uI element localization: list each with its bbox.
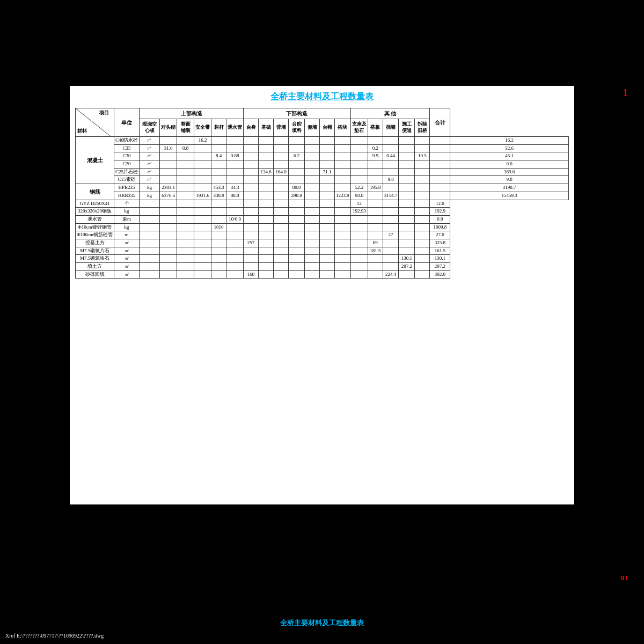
lower-data-3 [305, 184, 320, 192]
upper-data-5 [244, 184, 259, 192]
upper-data-0 [160, 137, 177, 145]
unit-cell: kg [140, 192, 160, 200]
total-cell: 27.0 [430, 231, 450, 239]
upper-data-5 [244, 176, 259, 184]
lower-data-6 [350, 160, 368, 169]
other-data-1 [368, 231, 383, 239]
lower-data-3 [289, 231, 305, 239]
other-data-1: 3114.7 [383, 192, 398, 200]
table-row: C30㎡8.40.686.29.90.4419.545.1 [76, 152, 569, 160]
other-data-1 [383, 137, 398, 145]
other-data-0 [350, 247, 368, 255]
lower-data-1 [259, 200, 274, 208]
row-name-cell: C40防水砼 [114, 137, 140, 145]
bottom-number: 01 [621, 574, 628, 582]
total-header: 合计 [430, 108, 450, 137]
lower-data-4 [320, 176, 335, 184]
lower-data-4 [305, 270, 320, 279]
lower-data-1 [274, 137, 289, 145]
other-data-0 [350, 223, 368, 231]
upper-data-3 [194, 270, 211, 279]
other-data-4 [430, 144, 450, 152]
lower-data-2 [289, 137, 305, 145]
other-data-0: 195.8 [368, 184, 383, 192]
unit-cell: ㎡ [140, 144, 160, 152]
other-data-1: 9.8 [383, 176, 398, 184]
upper-data-3 [194, 255, 211, 263]
other-data-1 [368, 208, 383, 216]
lower-group-header: 下部构造 [244, 108, 351, 119]
table-row: HRB335kg6376.61931.6338.988.0290.81223.9… [76, 192, 569, 200]
total-cell: 0.0 [430, 215, 450, 223]
upper-data-1 [177, 184, 194, 192]
other-data-0 [368, 160, 383, 169]
other-data-3 [415, 192, 430, 200]
lower-data-1 [274, 144, 289, 152]
upper-data-2 [177, 270, 194, 279]
table-row: C35㎡31.60.80.232.6 [76, 144, 569, 152]
lower-data-5 [320, 215, 335, 223]
lower-data-6 [335, 231, 351, 239]
other-col-1: 搭板 [368, 119, 383, 137]
lower-data-0 [244, 247, 259, 255]
lower-col-0: 台身 [244, 119, 259, 137]
upper-data-3 [194, 247, 211, 255]
other-data-1 [383, 160, 398, 169]
upper-data-5 [226, 231, 244, 239]
lower-data-6 [335, 215, 351, 223]
lower-data-0 [244, 263, 259, 271]
lower-data-0 [244, 223, 259, 231]
lower-data-2 [289, 168, 305, 176]
upper-data-5 [226, 239, 244, 247]
upper-data-3 [194, 208, 211, 216]
table-row: 砂砾回填㎡168224.4392.0 [76, 270, 569, 279]
upper-data-2 [177, 231, 194, 239]
lower-data-0 [259, 160, 274, 169]
total-cell: 297.2 [430, 263, 450, 271]
lower-data-1 [259, 255, 274, 263]
upper-data-2 [194, 176, 211, 184]
other-data-2: 224.4 [383, 270, 398, 279]
upper-data-4 [211, 215, 226, 223]
lower-data-6 [335, 270, 351, 279]
lower-data-6 [335, 223, 351, 231]
lower-data-6 [350, 152, 368, 160]
unit-cell: ㎡ [140, 176, 160, 184]
upper-data-1 [160, 200, 177, 208]
unit-cell: ㎡ [140, 168, 160, 176]
upper-data-3: 453.3 [211, 184, 226, 192]
lower-data-0 [259, 192, 274, 200]
other-data-3 [415, 144, 430, 152]
lower-data-3 [305, 144, 320, 152]
main-page: 全桥主要材料及工程数量表 项目 材料 单位 上部构造 下部构造 其 他 [70, 86, 574, 504]
upper-data-4 [211, 231, 226, 239]
lower-data-3 [305, 160, 320, 169]
lower-data-3 [305, 137, 320, 145]
upper-data-4 [226, 176, 244, 184]
upper-data-0 [140, 239, 160, 247]
lower-data-3 [305, 176, 320, 184]
total-cell: 1009.8 [430, 223, 450, 231]
lower-data-0 [244, 200, 259, 208]
other-data-2 [383, 200, 398, 208]
other-data-3 [415, 176, 430, 184]
other-data-4 [415, 270, 430, 279]
upper-data-1: 0.8 [177, 144, 194, 152]
upper-data-4 [211, 270, 226, 279]
unit-cell: ㎡ [114, 247, 140, 255]
upper-data-0 [160, 168, 177, 176]
lower-data-5 [320, 255, 335, 263]
other-data-2 [399, 152, 415, 160]
other-data-0 [368, 168, 383, 176]
lower-data-0 [259, 144, 274, 152]
other-data-3 [399, 208, 415, 216]
row-name-cell: 泄水管 [76, 215, 114, 223]
other-data-4 [430, 168, 450, 176]
other-data-1 [368, 223, 383, 231]
lower-data-1 [274, 152, 289, 160]
unit-cell: ㎡ [114, 255, 140, 263]
lower-data-6 [335, 263, 351, 271]
other-data-0 [350, 231, 368, 239]
total-cell: 3198.7 [450, 184, 569, 192]
other-data-0 [368, 192, 383, 200]
